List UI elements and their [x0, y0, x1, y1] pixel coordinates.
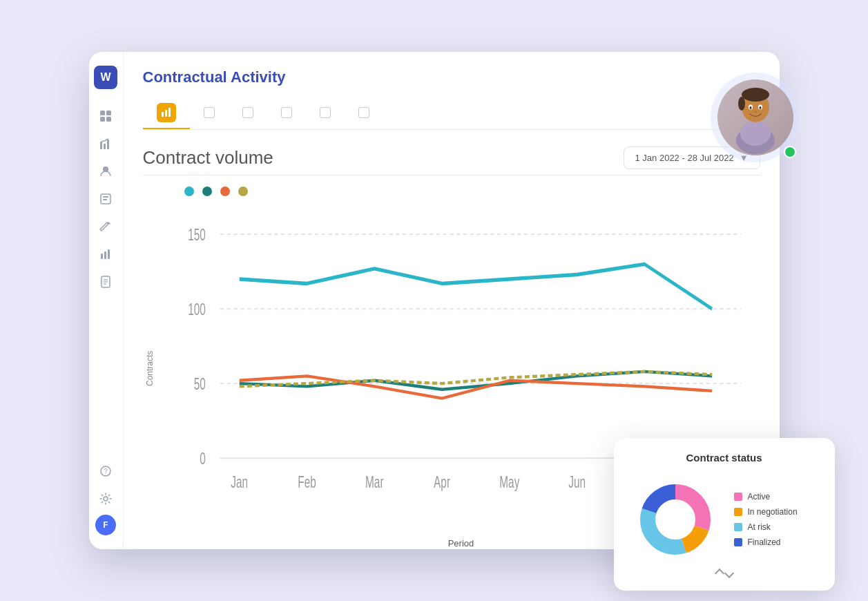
- svg-point-45: [738, 97, 745, 111]
- legend-label-active: Active: [748, 492, 771, 502]
- svg-rect-11: [101, 254, 103, 259]
- legend-label-negotiation: In negotiation: [748, 507, 798, 517]
- svg-rect-22: [165, 110, 167, 117]
- svg-point-50: [754, 111, 757, 113]
- tab-chart[interactable]: [143, 97, 190, 129]
- status-card-body: Active In negotiation At risk Finalized: [630, 475, 818, 564]
- page-header: Contractual Activity: [143, 68, 760, 86]
- svg-rect-10: [103, 199, 107, 200]
- tab-3[interactable]: [229, 102, 267, 125]
- svg-text:Feb: Feb: [298, 473, 316, 491]
- tab-6-checkbox: [358, 107, 369, 118]
- svg-text:150: 150: [188, 225, 206, 243]
- sidebar-item-templates[interactable]: [94, 187, 117, 211]
- svg-rect-21: [162, 112, 164, 117]
- scroll-indicators: [630, 570, 818, 577]
- legend-dot-orange[interactable]: [220, 187, 230, 196]
- tab-4-checkbox: [281, 107, 292, 118]
- page-title: Contractual Activity: [143, 68, 286, 86]
- svg-rect-1: [106, 111, 111, 115]
- svg-text:Mar: Mar: [365, 473, 384, 491]
- sidebar-item-settings[interactable]: [94, 487, 117, 511]
- svg-text:Jan: Jan: [231, 473, 248, 491]
- sidebar-item-documents[interactable]: [94, 270, 117, 294]
- svg-text:0: 0: [200, 449, 206, 467]
- legend-label-risk: At risk: [748, 522, 771, 532]
- svg-text:100: 100: [188, 300, 206, 318]
- chart-header: Contract volume 1 Jan 2022 - 28 Jul 2022…: [143, 146, 760, 169]
- bar-chart-icon: [157, 103, 176, 122]
- sidebar-item-analytics[interactable]: [94, 132, 117, 155]
- y-axis-label: Contracts: [143, 204, 157, 533]
- scroll-up-icon: [714, 569, 724, 578]
- date-range-label: 1 Jan 2022 - 28 Jul 2022: [635, 153, 734, 163]
- svg-point-49: [759, 106, 761, 109]
- sidebar-item-users[interactable]: [94, 160, 117, 183]
- sidebar-item-reports[interactable]: [94, 242, 117, 266]
- svg-text:Apr: Apr: [434, 473, 450, 491]
- sidebar: W ? F: [89, 52, 124, 549]
- svg-text:?: ?: [104, 468, 108, 475]
- legend-label-finalized: Finalized: [748, 537, 781, 547]
- main-card: W ? F: [89, 52, 780, 549]
- legend-color-risk: [734, 523, 742, 531]
- status-card-title: Contract status: [630, 452, 818, 464]
- sidebar-item-help[interactable]: ?: [94, 459, 117, 483]
- tab-3-checkbox: [242, 107, 253, 118]
- online-status-dot: [784, 146, 796, 158]
- svg-rect-2: [100, 117, 105, 122]
- scroll-down-icon: [724, 569, 733, 578]
- svg-text:Jun: Jun: [568, 473, 586, 491]
- svg-rect-9: [103, 196, 108, 198]
- tab-5[interactable]: [306, 102, 345, 125]
- svg-rect-0: [100, 111, 105, 115]
- legend-color-active: [734, 493, 742, 501]
- sidebar-item-dashboard[interactable]: [94, 104, 117, 128]
- tab-2[interactable]: [190, 102, 229, 125]
- svg-point-20: [104, 497, 108, 501]
- tab-2-checkbox: [204, 107, 215, 118]
- svg-rect-12: [104, 251, 106, 259]
- svg-rect-5: [104, 144, 106, 149]
- legend-item-active: Active: [734, 492, 798, 502]
- sidebar-item-edit[interactable]: [94, 215, 117, 238]
- svg-rect-23: [168, 108, 171, 117]
- svg-point-42: [740, 121, 771, 146]
- tab-5-checkbox: [320, 107, 331, 118]
- chart-legend: [143, 187, 760, 196]
- chart-divider: [143, 175, 760, 175]
- profile-overlay: [711, 73, 800, 162]
- legend-color-finalized: [734, 538, 742, 546]
- svg-point-48: [749, 106, 751, 109]
- svg-rect-6: [107, 140, 109, 149]
- svg-point-44: [742, 88, 769, 102]
- app-logo[interactable]: W: [94, 66, 117, 89]
- tab-6[interactable]: [345, 102, 383, 125]
- svg-rect-4: [100, 142, 102, 149]
- user-avatar[interactable]: F: [95, 515, 116, 535]
- svg-text:50: 50: [193, 374, 205, 392]
- svg-rect-3: [106, 117, 111, 122]
- svg-rect-13: [108, 249, 110, 259]
- tabs-bar: [143, 97, 760, 130]
- legend-item-finalized: Finalized: [734, 537, 798, 547]
- svg-text:May: May: [499, 473, 519, 491]
- user-profile-image: [717, 79, 793, 155]
- legend-item-risk: At risk: [734, 522, 798, 532]
- legend-color-negotiation: [734, 508, 742, 516]
- legend-dot-olive[interactable]: [238, 187, 248, 196]
- contract-status-card: Contract status: [614, 438, 835, 591]
- status-legend: Active In negotiation At risk Finalized: [734, 492, 798, 547]
- person-illustration: [717, 79, 793, 155]
- donut-svg: [630, 475, 720, 564]
- donut-chart: [630, 475, 720, 564]
- legend-dot-blue[interactable]: [184, 187, 194, 196]
- chart-title: Contract volume: [143, 147, 273, 169]
- legend-item-negotiation: In negotiation: [734, 507, 798, 517]
- legend-dot-teal[interactable]: [202, 187, 212, 196]
- svg-point-55: [658, 502, 693, 537]
- tab-4[interactable]: [267, 102, 306, 125]
